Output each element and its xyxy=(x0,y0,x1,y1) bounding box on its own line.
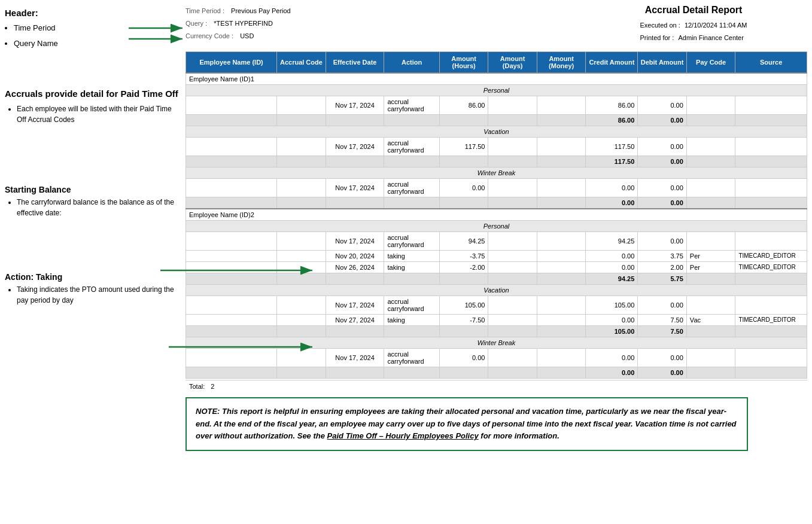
col-pay-code: Pay Code xyxy=(686,51,735,73)
note-link[interactable]: Paid Time Off – Hourly Employees Policy xyxy=(327,431,479,440)
subtotal-row: 94.255.75 xyxy=(186,273,807,284)
accrual-type-row: Winter Break xyxy=(186,337,807,348)
col-debit-amount: Debit Amount xyxy=(638,51,687,73)
table-row: Nov 17, 2024accrualcarryforward0.000.000… xyxy=(186,178,807,197)
accrual-type-row: Personal xyxy=(186,220,807,231)
col-amount-hours: Amount (Hours) xyxy=(439,51,488,73)
printed-value: Admin Finance Center xyxy=(678,34,743,41)
subtotal-row: 105.007.50 xyxy=(186,325,807,337)
report-title-area: Accrual Detail Report Executed on : 12/1… xyxy=(580,5,807,44)
col-amount-money: Amount (Money) xyxy=(537,51,586,73)
accruals-bullet-1: Each employee will be listed with their … xyxy=(17,103,181,125)
taking-annotation-title: Action: Taking xyxy=(5,272,181,282)
col-action: Action xyxy=(384,51,439,73)
subtotal-row: 0.000.00 xyxy=(186,367,807,378)
time-period-value: Previous Pay Period xyxy=(231,7,291,14)
table-row: Nov 17, 2024accrualcarryforward105.00105… xyxy=(186,295,807,314)
col-credit-amount: Credit Amount xyxy=(586,51,638,73)
balance-bullet-1: The carryforward balance is the balance … xyxy=(17,197,181,218)
col-amount-days: Amount (Days) xyxy=(488,51,537,73)
table-row: Nov 26, 2024taking-2.000.002.00PerTIMECA… xyxy=(186,261,807,273)
total-label: Total: xyxy=(189,383,205,390)
header-annotation-title: Header: xyxy=(5,8,38,18)
subtotal-row: 86.000.00 xyxy=(186,114,807,126)
header-bullet-1: Time Period xyxy=(14,20,181,36)
total-row: Total: 2 xyxy=(185,380,807,392)
accrual-type-row: Vacation xyxy=(186,284,807,295)
col-employee-name: Employee Name (ID) xyxy=(186,51,277,73)
header-bullet-2: Query Name xyxy=(14,36,181,51)
report-title: Accrual Detail Report xyxy=(580,5,807,16)
employee-row: Employee Name (ID)1 xyxy=(186,73,807,85)
note-text-after: for more information. xyxy=(479,431,559,440)
executed-value: 12/10/2024 11:04 AM xyxy=(685,22,747,29)
balance-annotation-title: Starting Balance xyxy=(5,185,181,194)
query-value: *TEST HYPERFIND xyxy=(214,20,273,27)
table-row: Nov 17, 2024accrualcarryforward94.2594.2… xyxy=(186,231,807,250)
query-label: Query : xyxy=(185,20,207,27)
table-row: Nov 20, 2024taking-3.750.003.75PerTIMECA… xyxy=(186,250,807,261)
subtotal-row: 0.000.00 xyxy=(186,197,807,209)
col-effective-date: Effective Date xyxy=(326,51,384,73)
total-value: 2 xyxy=(211,383,214,390)
currency-value: USD xyxy=(240,32,254,39)
header-fields: Time Period : Previous Pay Period Query … xyxy=(185,5,353,42)
left-annotations: Header: Time Period Query Name Accruals … xyxy=(0,0,185,456)
col-accrual-code: Accrual Code xyxy=(277,51,326,73)
report-content: Time Period : Previous Pay Period Query … xyxy=(185,0,812,456)
note-box: NOTE: This report is helpful in ensuring… xyxy=(185,397,748,451)
col-source: Source xyxy=(735,51,807,73)
taking-bullet-1: Taking indicates the PTO amount used dur… xyxy=(17,284,181,306)
employee-row: Employee Name (ID)2 xyxy=(186,209,807,221)
printed-label: Printed for : xyxy=(640,34,674,41)
accrual-type-row: Personal xyxy=(186,84,807,96)
accrual-table: Employee Name (ID) Accrual Code Effectiv… xyxy=(185,51,807,379)
currency-label: Currency Code : xyxy=(185,32,233,39)
table-row: Nov 27, 2024taking-7.500.007.50VacTIMECA… xyxy=(186,314,807,325)
accrual-type-row: Winter Break xyxy=(186,167,807,178)
accrual-type-row: Vacation xyxy=(186,126,807,137)
executed-label: Executed on : xyxy=(640,22,680,29)
table-row: Nov 17, 2024accrualcarryforward117.50117… xyxy=(186,137,807,156)
table-row: Nov 17, 2024accrualcarryforward0.000.000… xyxy=(186,348,807,367)
table-header-row: Employee Name (ID) Accrual Code Effectiv… xyxy=(186,51,807,73)
subtotal-row: 117.500.00 xyxy=(186,156,807,167)
accruals-annotation-title: Accruals provide detail for Paid Time Of… xyxy=(5,87,181,100)
table-row: Nov 17, 2024accrualcarryforward86.0086.0… xyxy=(186,96,807,114)
time-period-label: Time Period : xyxy=(185,7,224,14)
